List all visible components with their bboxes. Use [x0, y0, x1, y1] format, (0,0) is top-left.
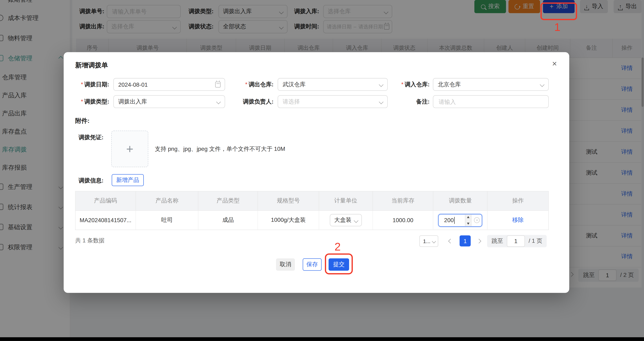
type-label: *调拨类型:	[68, 95, 109, 108]
attachment-section-label: 附件:	[75, 117, 90, 125]
product-code: MA202408141507...	[76, 211, 136, 230]
chevron-down-icon	[216, 100, 221, 104]
product-name: 吐司	[136, 211, 198, 230]
product-row: MA202408141507... 吐司 成品 1000g/大盒装 大盒装 10…	[76, 210, 548, 230]
text-caret	[454, 217, 455, 224]
remark-label: 备注:	[388, 95, 430, 108]
next-page-icon[interactable]	[476, 239, 481, 244]
out-warehouse-select[interactable]: 武汉仓库	[278, 78, 388, 91]
annotation-box-step1	[540, 2, 577, 20]
jump-to-page: 跳至 1 / 1 页	[487, 235, 547, 247]
product-spec: 1000g/大盒装	[258, 211, 319, 230]
add-product-button[interactable]: 新增产品	[112, 174, 144, 186]
page-size-select[interactable]: 1...	[419, 235, 438, 247]
chevron-down-icon	[540, 82, 544, 87]
current-stock: 1000.00	[373, 211, 434, 230]
date-label: *调拨日期:	[68, 78, 109, 91]
page-jump-input[interactable]: 1	[507, 235, 525, 247]
chevron-down-icon	[432, 239, 436, 244]
annotation-number-1: 1	[552, 21, 563, 33]
save-button[interactable]: 保存	[303, 258, 322, 270]
modal-title: 新增调拨单	[75, 61, 108, 70]
total-count: 共 1 条数据	[75, 237, 104, 244]
out-warehouse-label: *调出仓库:	[232, 78, 274, 91]
product-table: 产品编码 产品名称 产品类型 规格型号 计量单位 当前库存 调拨数量 操作 MA…	[75, 191, 549, 230]
product-table-header: 产品编码 产品名称 产品类型 规格型号 计量单位 当前库存 调拨数量 操作	[76, 192, 548, 210]
step-up-icon[interactable]	[467, 216, 470, 218]
clear-icon[interactable]: ×	[474, 217, 480, 223]
calendar-icon	[215, 82, 221, 88]
product-type: 成品	[199, 211, 258, 230]
annotation-number-2: 2	[332, 241, 344, 253]
screen: 账期管理 成本卡管理 物料管理 仓储管理 仓库管理 产品入库 产品出库 库存盘点…	[0, 0, 644, 341]
close-icon[interactable]: ×	[552, 60, 557, 68]
manager-label: 调拨负责人:	[232, 95, 274, 108]
step-down-icon[interactable]	[467, 222, 470, 224]
prev-page-icon[interactable]	[448, 239, 453, 244]
cancel-button[interactable]: 取消	[276, 258, 295, 270]
in-warehouse-select[interactable]: 北京仓库	[433, 78, 549, 91]
type-select[interactable]: 调拨出入库	[114, 95, 225, 108]
annotation-box-step2	[325, 254, 353, 274]
manager-select[interactable]: 请选择	[278, 95, 388, 108]
chevron-down-icon	[379, 82, 384, 87]
transfer-info-label: 调拨信息:	[74, 174, 104, 187]
date-input[interactable]: 2024-08-01	[114, 78, 225, 91]
upload-dropzone[interactable]: +	[111, 130, 148, 167]
plus-icon: +	[126, 143, 134, 155]
qty-input[interactable]: 200 ×	[438, 214, 482, 227]
chevron-down-icon	[379, 100, 384, 104]
modal-pagination: 共 1 条数据 1... 1 跳至 1 / 1 页	[64, 235, 570, 247]
new-transfer-modal: 新增调拨单 × *调拨日期: 2024-08-01 *调出仓库: 武汉仓库 *调…	[64, 52, 570, 293]
current-page-button[interactable]: 1	[460, 235, 471, 246]
qty-stepper[interactable]	[465, 214, 472, 226]
remark-input[interactable]	[433, 95, 549, 108]
remove-link[interactable]: 移除	[512, 216, 524, 224]
upload-hint: 支持 png、jpg、jpeg 文件，单个文件不可大于 10M	[155, 146, 285, 153]
in-warehouse-label: *调入仓库:	[388, 78, 430, 91]
voucher-label: 调拨凭证:	[74, 131, 104, 144]
unit-select[interactable]: 大盒装	[330, 214, 362, 226]
chevron-down-icon	[354, 218, 358, 223]
